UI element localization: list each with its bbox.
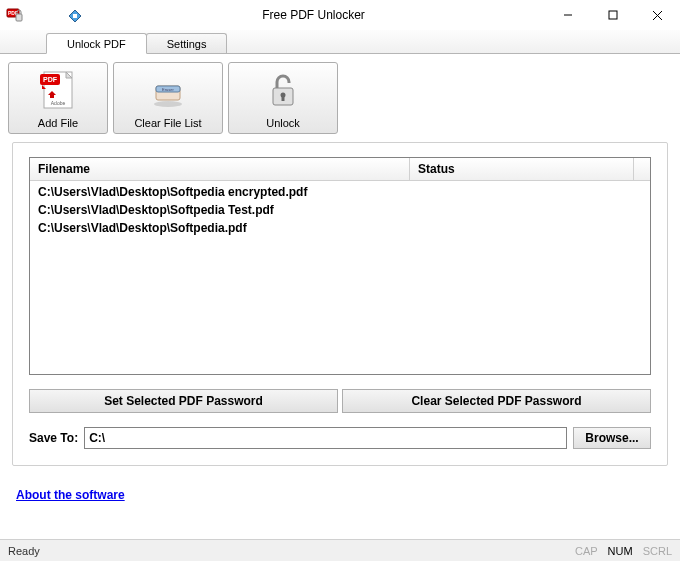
svg-rect-19 bbox=[282, 96, 285, 101]
status-text: Ready bbox=[8, 545, 575, 557]
table-row[interactable]: C:\Users\Vlad\Desktop\Softpedia Test.pdf bbox=[30, 201, 650, 219]
window-title: Free PDF Unlocker bbox=[82, 8, 545, 22]
maximize-button[interactable] bbox=[590, 0, 635, 30]
table-row[interactable]: C:\Users\Vlad\Desktop\Softpedia.pdf bbox=[30, 219, 650, 237]
tab-strip: Unlock PDF Settings bbox=[0, 30, 680, 54]
titlebar: PDF Free PDF Unlocker bbox=[0, 0, 680, 30]
scrl-indicator: SCRL bbox=[643, 545, 672, 557]
column-filename[interactable]: Filename bbox=[30, 158, 410, 180]
cell-filename: C:\Users\Vlad\Desktop\Softpedia Test.pdf bbox=[30, 201, 410, 219]
clear-list-label: Clear File List bbox=[134, 117, 201, 129]
svg-text:Eraser: Eraser bbox=[162, 87, 174, 92]
cell-filename: C:\Users\Vlad\Desktop\Softpedia.pdf bbox=[30, 219, 410, 237]
num-indicator: NUM bbox=[608, 545, 633, 557]
about-link[interactable]: About the software bbox=[16, 488, 680, 502]
tab-unlock-pdf[interactable]: Unlock PDF bbox=[46, 33, 147, 54]
save-to-input[interactable] bbox=[84, 427, 567, 449]
unlock-button[interactable]: Unlock bbox=[228, 62, 338, 134]
cell-filename: C:\Users\Vlad\Desktop\Softpedia encrypte… bbox=[30, 183, 410, 201]
unlock-label: Unlock bbox=[266, 117, 300, 129]
svg-rect-3 bbox=[73, 14, 77, 18]
cell-status bbox=[410, 183, 650, 201]
minimize-button[interactable] bbox=[545, 0, 590, 30]
eraser-icon: Eraser bbox=[146, 63, 190, 117]
svg-text:PDF: PDF bbox=[43, 76, 58, 83]
set-password-button[interactable]: Set Selected PDF Password bbox=[29, 389, 338, 413]
cell-status bbox=[410, 219, 650, 237]
cap-indicator: CAP bbox=[575, 545, 598, 557]
close-button[interactable] bbox=[635, 0, 680, 30]
svg-rect-5 bbox=[609, 11, 617, 19]
unlock-icon bbox=[261, 63, 305, 117]
tab-settings[interactable]: Settings bbox=[146, 33, 228, 53]
file-list[interactable]: Filename Status C:\Users\Vlad\Desktop\So… bbox=[29, 157, 651, 375]
clear-password-button[interactable]: Clear Selected PDF Password bbox=[342, 389, 651, 413]
main-panel: Filename Status C:\Users\Vlad\Desktop\So… bbox=[12, 142, 668, 466]
table-row[interactable]: C:\Users\Vlad\Desktop\Softpedia encrypte… bbox=[30, 183, 650, 201]
add-file-label: Add File bbox=[38, 117, 78, 129]
svg-point-16 bbox=[154, 101, 182, 107]
browse-button[interactable]: Browse... bbox=[573, 427, 651, 449]
list-header: Filename Status bbox=[30, 158, 650, 181]
compat-icon bbox=[68, 9, 82, 23]
add-file-button[interactable]: PDFAdobe Add File bbox=[8, 62, 108, 134]
column-spacer bbox=[634, 158, 650, 180]
svg-rect-2 bbox=[16, 14, 22, 21]
pdf-file-icon: PDFAdobe bbox=[36, 63, 80, 117]
save-to-label: Save To: bbox=[29, 431, 78, 445]
app-icon: PDF bbox=[6, 6, 24, 24]
svg-text:Adobe: Adobe bbox=[51, 100, 66, 106]
cell-status bbox=[410, 201, 650, 219]
toolbar: PDFAdobe Add File Eraser Clear File List… bbox=[5, 59, 675, 137]
clear-file-list-button[interactable]: Eraser Clear File List bbox=[113, 62, 223, 134]
column-status[interactable]: Status bbox=[410, 158, 634, 180]
statusbar: Ready CAP NUM SCRL bbox=[0, 539, 680, 561]
